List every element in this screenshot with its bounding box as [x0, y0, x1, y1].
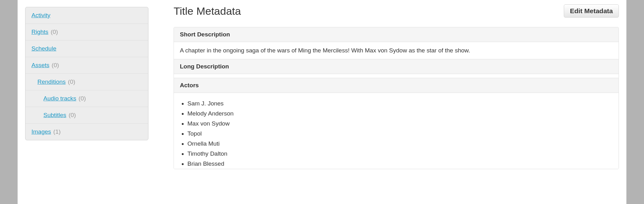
actor-item: Sam J. Jones [187, 99, 613, 109]
sidebar: Activity Rights (0) Schedule Assets (0) … [25, 0, 148, 204]
page-title: Title Metadata [174, 5, 241, 17]
actor-item: Brian Blessed [187, 159, 613, 169]
main-content: Title Metadata Edit Metadata Short Descr… [174, 0, 619, 204]
actors-heading: Actors [174, 78, 619, 93]
sidebar-item-subtitles[interactable]: Subtitles (0) [25, 107, 148, 124]
actor-item: Melody Anderson [187, 109, 613, 119]
sidebar-item-images[interactable]: Images (1) [25, 124, 148, 140]
sidebar-count-rights: (0) [51, 29, 58, 35]
metadata-panel: Short Description A chapter in the ongoi… [174, 27, 619, 169]
long-description-body [174, 74, 619, 78]
actor-item: Timothy Dalton [187, 149, 613, 159]
sidebar-count-audio-tracks: (0) [79, 95, 86, 102]
sidebar-item-renditions[interactable]: Renditions (0) [25, 74, 148, 90]
sidebar-link-assets[interactable]: Assets [31, 62, 49, 68]
edit-metadata-button[interactable]: Edit Metadata [564, 4, 619, 18]
sidebar-count-images: (1) [53, 128, 61, 135]
sidebar-link-subtitles[interactable]: Subtitles [43, 112, 66, 118]
long-description-heading: Long Description [174, 59, 619, 74]
sidebar-count-renditions: (0) [68, 78, 75, 85]
actor-item: Max von Sydow [187, 119, 613, 129]
short-description-heading: Short Description [174, 27, 619, 42]
sidebar-panel: Activity Rights (0) Schedule Assets (0) … [25, 7, 148, 140]
sidebar-link-activity[interactable]: Activity [31, 12, 50, 19]
sidebar-link-audio-tracks[interactable]: Audio tracks [43, 95, 76, 102]
sidebar-link-schedule[interactable]: Schedule [31, 45, 56, 52]
sidebar-item-schedule[interactable]: Schedule [25, 40, 148, 57]
sidebar-item-activity[interactable]: Activity [25, 7, 148, 24]
actors-list: Sam J. Jones Melody Anderson Max von Syd… [180, 94, 613, 169]
sidebar-link-images[interactable]: Images [31, 128, 51, 135]
sidebar-link-rights[interactable]: Rights [31, 29, 48, 35]
actor-item: Topol [187, 129, 613, 139]
sidebar-item-assets[interactable]: Assets (0) [25, 57, 148, 74]
sidebar-item-rights[interactable]: Rights (0) [25, 24, 148, 40]
sidebar-link-renditions[interactable]: Renditions [37, 78, 66, 85]
short-description-body: A chapter in the ongoing saga of the war… [174, 42, 619, 59]
sidebar-count-assets: (0) [52, 62, 59, 68]
sidebar-count-subtitles: (0) [69, 112, 76, 118]
actor-item: Ornella Muti [187, 139, 613, 149]
page-container: Activity Rights (0) Schedule Assets (0) … [18, 0, 626, 204]
main-header: Title Metadata Edit Metadata [174, 4, 619, 18]
actors-body: Sam J. Jones Melody Anderson Max von Syd… [174, 93, 619, 169]
sidebar-item-audio-tracks[interactable]: Audio tracks (0) [25, 90, 148, 107]
